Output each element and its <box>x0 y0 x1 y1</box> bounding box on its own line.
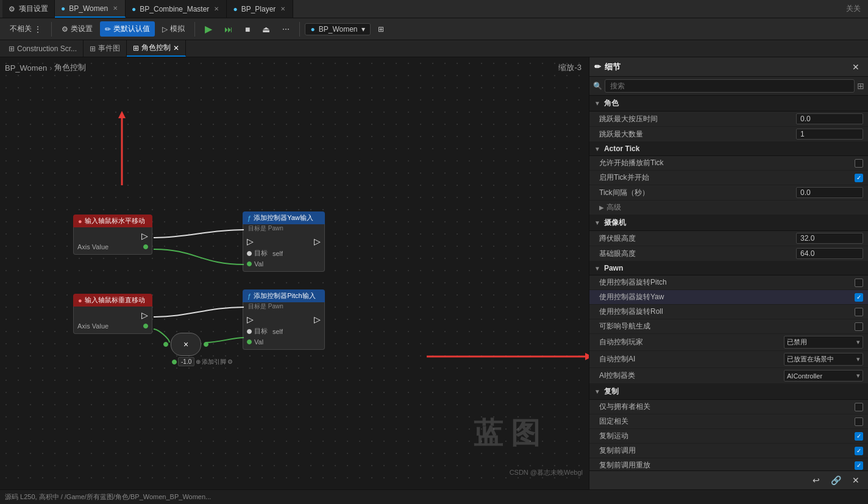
tab-event-graph[interactable]: ⊞ 事件图 <box>84 40 127 57</box>
jump-max-count-input[interactable] <box>796 129 863 140</box>
search-icon: 🔍 <box>593 82 602 90</box>
prop-label: 基础眼高度 <box>599 249 796 259</box>
tab-bp-player[interactable]: ● BP_Player ✕ <box>227 0 293 18</box>
more-options-btn[interactable]: ⋯ <box>277 23 294 36</box>
panel-close-btn[interactable]: ✕ <box>848 60 863 74</box>
prop-affect-nav: 可影响导航生成 <box>589 319 868 334</box>
call-pre-replicate-replay-checkbox[interactable] <box>855 461 863 470</box>
undo-btn[interactable]: ↩ <box>809 474 824 487</box>
tick-interval-input[interactable] <box>796 187 863 198</box>
chevron-down-icon: ▾ <box>856 372 860 380</box>
section-copy[interactable]: ▼ 复制 <box>589 384 868 400</box>
tab-project-settings[interactable]: ⚙ 项目设置 <box>2 0 55 18</box>
stop-btn[interactable]: ■ <box>240 22 255 37</box>
replicate-movement-checkbox[interactable] <box>855 432 863 441</box>
more-dots: ⋮ <box>34 25 41 34</box>
prop-ai-controller: AI控制器类 AIController ▾ <box>589 368 868 384</box>
link-btn[interactable]: 🔗 <box>827 474 845 487</box>
target-pin[interactable]: 目标 self <box>243 247 324 259</box>
close-icon[interactable]: ✕ <box>213 5 220 13</box>
axis-value-pin[interactable]: Axis Value <box>74 242 152 252</box>
close-label[interactable]: 关关 <box>846 4 861 14</box>
bp-dropdown[interactable]: ● BP_Women ▾ <box>305 23 370 35</box>
prop-value <box>796 233 863 244</box>
simulate-btn[interactable]: ▷ 模拟 <box>157 21 190 37</box>
multiply-value[interactable]: -1.0 <box>181 358 191 365</box>
prop-label: 跳跃最大数量 <box>599 129 796 140</box>
view-options-btn[interactable]: ⊞ <box>373 23 389 36</box>
section-advanced[interactable]: ▶ 高级 <box>589 201 868 215</box>
always-relevant-checkbox[interactable] <box>855 417 863 426</box>
class-defaults-btn[interactable]: ✏ 类默认认值 <box>100 21 155 37</box>
allow-tick-checkbox[interactable] <box>855 159 863 168</box>
node-add-pitch[interactable]: ƒ 添加控制器Pitch输入 目标是 Pawn ▷ ▷ 目标 self Val <box>243 289 325 350</box>
exec-out-pin[interactable]: ▷ <box>74 230 152 242</box>
target-label: 目标 <box>254 249 268 258</box>
section-camera[interactable]: ▼ 摄像机 <box>589 215 868 231</box>
tab-construction-script[interactable]: ⊞ Construction Scr... <box>2 40 84 57</box>
tab-label: BP_Combine_Master <box>140 5 209 13</box>
auto-control-player-select[interactable]: 已禁用 ▾ <box>784 336 863 349</box>
expand-arrow: ▶ <box>599 204 604 211</box>
prop-value <box>855 174 863 182</box>
section-pawn[interactable]: ▼ Pawn <box>589 261 868 275</box>
jump-press-time-input[interactable] <box>796 113 863 124</box>
add-pin-gear[interactable]: ⚙ <box>227 358 233 365</box>
call-pre-replicate-checkbox[interactable] <box>855 447 863 455</box>
not-related-btn[interactable]: 不相关 ⋮ <box>5 21 46 37</box>
exec-out-pin[interactable]: ▷ <box>74 309 152 321</box>
prop-label: 蹲伏眼高度 <box>599 233 796 244</box>
ctrl-yaw-checkbox[interactable] <box>855 293 863 302</box>
close-icon[interactable]: ✕ <box>173 44 179 52</box>
section-jiaose[interactable]: ▼ 角色 <box>589 96 868 112</box>
edit-icon: ✏ <box>105 25 111 34</box>
blueprint-canvas[interactable]: BP_Women › 角色控制 缩放-3 ● <box>0 57 589 489</box>
prop-label: 复制运动 <box>599 431 855 441</box>
prop-label: 复制前调用重放 <box>599 460 855 470</box>
select-value: 已禁用 <box>787 338 807 347</box>
val-pin[interactable]: Val <box>243 337 324 347</box>
affect-nav-checkbox[interactable] <box>855 322 863 331</box>
prop-label: 固定相关 <box>599 416 855 427</box>
node-input-mouse-v[interactable]: ● 输入轴鼠标垂直移动 ▷ Axis Value <box>73 294 152 334</box>
close-icon[interactable]: ✕ <box>112 4 119 12</box>
exec-in-pin[interactable]: ▷ ▷ <box>243 235 324 247</box>
wire-overlay <box>0 57 589 489</box>
close-icon[interactable]: ✕ <box>279 5 286 13</box>
class-settings-btn[interactable]: ⚙ 类设置 <box>57 21 98 37</box>
chevron-down-icon: ▾ <box>361 25 365 34</box>
crouch-eye-input[interactable] <box>796 233 863 244</box>
search-input[interactable] <box>605 79 855 93</box>
axis-value-pin[interactable]: Axis Value <box>74 321 152 331</box>
add-pin-btn[interactable]: ⊕ <box>196 358 201 365</box>
eject-btn[interactable]: ⏏ <box>257 22 275 37</box>
node-add-yaw[interactable]: ƒ 添加控制器Yaw输入 目标是 Pawn ▷ ▷ 目标 self Val <box>243 211 325 272</box>
tab-bp-women[interactable]: ● BP_Women ✕ <box>55 0 126 18</box>
divider-2 <box>194 22 195 37</box>
exec-in-pin[interactable]: ▷ ▷ <box>243 313 324 325</box>
node-input-mouse-h[interactable]: ● 输入轴鼠标水平移动 ▷ Axis Value <box>73 215 152 255</box>
val-pin[interactable]: Val <box>243 259 324 269</box>
bp-icon: ● <box>61 4 65 13</box>
start-tick-checkbox[interactable] <box>855 174 863 182</box>
play-btn[interactable]: ▶ <box>200 21 217 37</box>
prop-label: 使用控制器旋转Roll <box>599 307 855 317</box>
collapse-arrow: ▼ <box>594 146 600 152</box>
auto-control-ai-select[interactable]: 已放置在场景中 ▾ <box>784 353 863 366</box>
owner-only-checkbox[interactable] <box>855 403 863 411</box>
ctrl-pitch-checkbox[interactable] <box>855 279 863 287</box>
base-eye-input[interactable] <box>796 248 863 259</box>
ai-controller-select[interactable]: AIController ▾ <box>784 370 863 382</box>
not-related-label: 不相关 <box>10 24 32 34</box>
breadcrumb-root[interactable]: BP_Women <box>5 63 47 73</box>
tab-bp-combine[interactable]: ● BP_Combine_Master ✕ <box>126 0 227 18</box>
section-actor-tick[interactable]: ▼ Actor Tick <box>589 142 868 156</box>
target-pin[interactable]: 目标 self <box>243 325 324 337</box>
multiply-node[interactable]: × -1.0 ⊕ 添加引脚 ⚙ <box>163 333 233 366</box>
prop-use-ctrl-roll: 使用控制器旋转Roll <box>589 305 868 319</box>
filter-btn[interactable]: ⊞ <box>857 81 864 91</box>
remove-btn[interactable]: ✕ <box>848 474 863 487</box>
step-btn[interactable]: ⏭ <box>219 22 238 37</box>
ctrl-roll-checkbox[interactable] <box>855 308 863 316</box>
tab-character-control[interactable]: ⊞ 角色控制 ✕ <box>127 40 186 57</box>
